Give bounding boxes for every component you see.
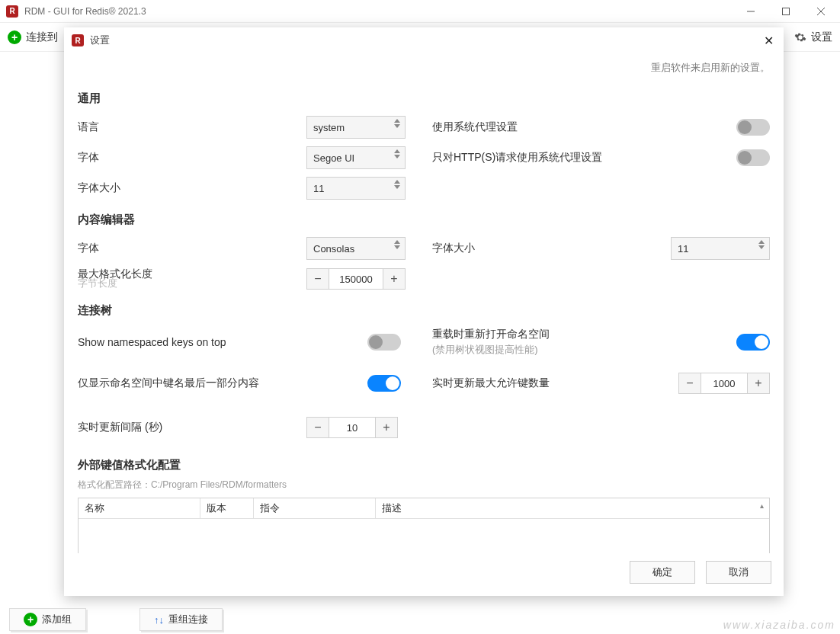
- maxlen-stepper[interactable]: − 150000 +: [306, 268, 421, 290]
- use-proxy-label: 使用系统代理设置: [432, 120, 665, 134]
- fontsize-value: 11: [313, 183, 324, 194]
- fontsize-select[interactable]: 11: [306, 177, 406, 200]
- dialog-title: 设置: [90, 34, 761, 47]
- stepper-plus-button[interactable]: +: [383, 268, 406, 290]
- use-proxy-toggle[interactable]: [736, 119, 770, 136]
- col-command: 指令: [254, 498, 376, 518]
- section-formatters: 外部键值格式化配置: [78, 458, 770, 472]
- settings-button[interactable]: 设置: [811, 30, 832, 44]
- interval-value[interactable]: 10: [329, 417, 375, 438]
- language-select[interactable]: system: [306, 116, 406, 139]
- formatters-path: 格式化配置路径：C:/Program Files/RDM/formatters: [78, 479, 770, 492]
- editor-font-value: Consolas: [313, 243, 354, 255]
- font-label: 字体: [78, 151, 306, 165]
- max-keys-label: 实时更新最大允许键数量: [432, 376, 665, 390]
- stepper-plus-button[interactable]: +: [747, 373, 770, 394]
- spinner-caret-icon: [758, 240, 765, 249]
- table-header: 名称 版本 指令 描述: [79, 498, 769, 519]
- lastpart-label: 仅显示命名空间中键名最后一部分内容: [78, 376, 367, 390]
- reopen-sublabel: (禁用树状视图提高性能): [432, 343, 665, 357]
- restart-hint: 重启软件来启用新的设置。: [78, 56, 770, 82]
- dialog-close-button[interactable]: ✕: [761, 33, 776, 48]
- ns-top-toggle[interactable]: [367, 334, 401, 351]
- spinner-caret-icon: [394, 180, 400, 189]
- editor-font-select[interactable]: Consolas: [306, 237, 406, 260]
- section-editor: 内容编辑器: [78, 213, 770, 227]
- bottom-toolbar: + 添加组 ↑↓ 重组连接: [9, 608, 223, 631]
- editor-fontsize-select[interactable]: 11: [671, 237, 770, 260]
- editor-fontsize-value: 11: [678, 243, 688, 255]
- interval-stepper[interactable]: − 10 +: [306, 417, 421, 438]
- table-scrollbar[interactable]: ▴: [755, 500, 768, 553]
- maxlen-value[interactable]: 150000: [329, 268, 383, 290]
- window-maximize-button[interactable]: [768, 0, 803, 23]
- window-titlebar: R RDM - GUI for Redis® 2021.3: [0, 0, 840, 23]
- editor-font-label: 字体: [78, 242, 306, 255]
- watermark: www.xiazaiba.com: [723, 619, 835, 631]
- http-proxy-toggle[interactable]: [736, 149, 770, 166]
- editor-fontsize-label: 字体大小: [432, 242, 665, 255]
- plus-icon: +: [24, 613, 37, 626]
- spinner-caret-icon: [394, 119, 400, 128]
- reorder-connections-button[interactable]: ↑↓ 重组连接: [139, 608, 223, 631]
- language-value: system: [313, 122, 345, 133]
- reorder-label: 重组连接: [168, 613, 208, 626]
- scroll-up-icon[interactable]: ▴: [755, 500, 768, 511]
- col-version: 版本: [200, 498, 254, 518]
- col-name: 名称: [79, 498, 200, 518]
- dialog-footer: 确定 取消: [64, 553, 784, 596]
- stepper-minus-button[interactable]: −: [306, 268, 329, 290]
- cancel-button[interactable]: 取消: [706, 561, 771, 584]
- connect-button[interactable]: 连接到: [26, 30, 58, 44]
- interval-label: 实时更新间隔 (秒): [78, 421, 306, 434]
- fontsize-label: 字体大小: [78, 181, 306, 195]
- maxlen-sublabel: 字节长度: [78, 277, 306, 290]
- max-keys-value[interactable]: 1000: [701, 373, 747, 394]
- ns-top-label: Show namespaced keys on top: [78, 336, 367, 348]
- window-minimize-button[interactable]: [733, 0, 768, 23]
- http-proxy-label: 只对HTTP(S)请求使用系统代理设置: [432, 151, 665, 165]
- font-select[interactable]: Segoe UI: [306, 146, 406, 169]
- stepper-minus-button[interactable]: −: [678, 373, 701, 394]
- formatters-table: 名称 版本 指令 描述 ▴: [78, 498, 770, 553]
- window-close-button[interactable]: [803, 0, 838, 23]
- dialog-titlebar: R 设置 ✕: [64, 27, 784, 53]
- font-value: Segoe UI: [313, 152, 354, 164]
- add-group-button[interactable]: + 添加组: [9, 608, 86, 631]
- lastpart-toggle[interactable]: [367, 375, 401, 392]
- ok-button[interactable]: 确定: [630, 561, 695, 584]
- section-tree: 连接树: [78, 303, 770, 318]
- window-title: RDM - GUI for Redis® 2021.3: [24, 6, 733, 17]
- svg-rect-1: [783, 8, 790, 14]
- app-icon: R: [72, 34, 84, 46]
- swap-icon: ↑↓: [154, 614, 164, 626]
- section-general: 通用: [78, 91, 770, 106]
- reopen-label: 重载时重新打开命名空间: [432, 328, 665, 341]
- max-keys-stepper[interactable]: − 1000 +: [678, 373, 770, 394]
- add-group-label: 添加组: [42, 613, 72, 626]
- spinner-caret-icon: [394, 149, 400, 158]
- app-icon: R: [6, 5, 18, 18]
- stepper-plus-button[interactable]: +: [375, 417, 398, 438]
- language-label: 语言: [78, 120, 306, 134]
- spinner-caret-icon: [394, 240, 400, 249]
- stepper-minus-button[interactable]: −: [306, 417, 329, 438]
- col-desc: 描述: [376, 498, 769, 518]
- gear-icon: [794, 31, 806, 43]
- reopen-toggle[interactable]: [736, 334, 770, 351]
- plus-icon: +: [8, 30, 21, 44]
- settings-dialog: R 设置 ✕ 重启软件来启用新的设置。 通用 语言 system 使用系统代理设…: [64, 27, 784, 596]
